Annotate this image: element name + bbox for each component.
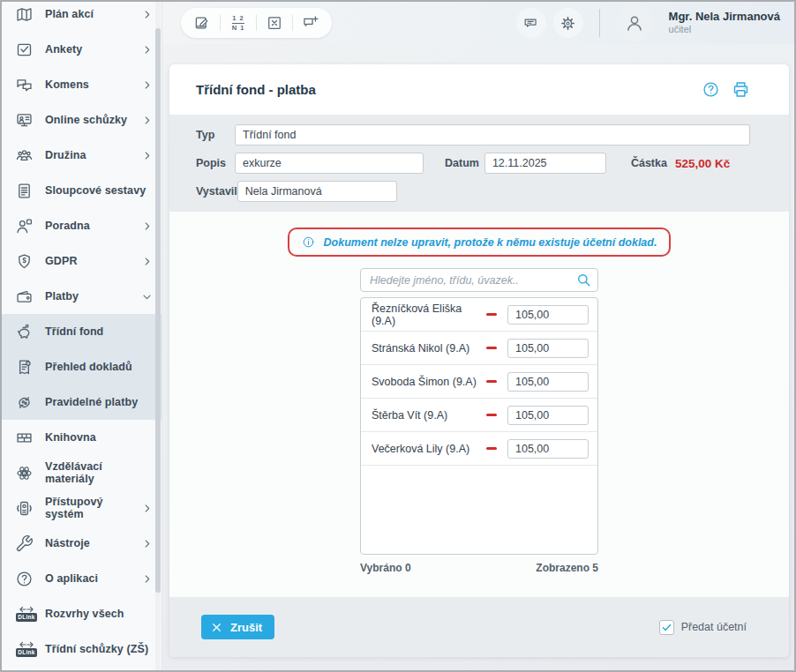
sidebar-item-nastroje[interactable]: Nástroje xyxy=(2,526,161,561)
sidebar-item-label: O aplikaci xyxy=(45,572,141,585)
sidebar-item-komens[interactable]: Komens xyxy=(2,67,161,102)
chevron-right-icon xyxy=(141,115,153,126)
sidebar-item-label: Plán akcí xyxy=(45,8,141,20)
sidebar-item-pristupovy-system[interactable]: Přístupový systém xyxy=(2,490,161,526)
gear-icon xyxy=(559,15,576,32)
sidebar-scrollbar[interactable] xyxy=(155,2,161,670)
wallet-icon xyxy=(15,287,34,306)
sidebar-item-label: Rozvrhy všech xyxy=(45,608,153,620)
wrench-icon xyxy=(15,534,34,553)
sidebar-item-pravidelne-platby[interactable]: Pravidelné platby xyxy=(2,385,161,420)
tridni-fond-card: Třídní fond - platba Typ Popis Datum xyxy=(169,64,789,657)
recurring-payments-icon xyxy=(15,393,34,412)
user-info[interactable]: Mgr. Nela Jirmanová učitel xyxy=(669,10,780,36)
search-icon[interactable] xyxy=(575,272,592,288)
absence-icon xyxy=(266,14,283,32)
chevron-right-icon xyxy=(141,503,153,514)
castka-label: Částka xyxy=(631,157,667,169)
dlink-icon: DLink xyxy=(15,641,38,657)
remove-minus-icon[interactable] xyxy=(486,447,497,450)
amount-input[interactable] xyxy=(507,339,589,358)
grades-button[interactable]: 1 2N 1 xyxy=(221,8,256,38)
sidebar-item-prehled-dokladu[interactable]: Přehled dokladů xyxy=(2,349,161,385)
survey-icon xyxy=(15,41,34,59)
card-content: Dokument nelze upravit, protože k němu e… xyxy=(169,212,789,597)
typ-input[interactable] xyxy=(235,124,750,146)
remove-minus-icon[interactable] xyxy=(486,347,497,349)
app-window: Plán akcí Ankety Komens Online schůzky D… xyxy=(0,0,796,672)
avatar[interactable] xyxy=(616,4,653,41)
sidebar-item-label: Přehled dokladů xyxy=(45,361,153,373)
sidebar: Plán akcí Ankety Komens Online schůzky D… xyxy=(2,2,162,670)
sidebar-item-tridni-schuzky[interactable]: DLinkTřídní schůzky (ZŠ) xyxy=(2,631,161,667)
cancel-button[interactable]: Zrušit xyxy=(201,615,274,639)
sidebar-item-gdpr[interactable]: GDPR xyxy=(2,243,161,279)
sidebar-item-label: Komens xyxy=(45,78,141,91)
shown-count: Zobrazeno 5 xyxy=(536,562,598,574)
student-row: Stránská Nikol (9.A) xyxy=(361,332,597,365)
user-icon xyxy=(624,12,645,34)
sidebar-item-o-aplikaci[interactable]: O aplikaci xyxy=(2,561,161,596)
sidebar-item-vzdelavaci-materialy[interactable]: Vzdělávací materiály xyxy=(2,455,161,490)
sidebar-item-label: Poradna xyxy=(45,220,141,232)
remove-minus-icon[interactable] xyxy=(486,313,497,316)
chevron-right-icon xyxy=(141,538,153,549)
sidebar-item-label: Nástroje xyxy=(45,537,141,549)
sidebar-item-label: Sloupcové sestavy xyxy=(45,184,153,197)
topbar-divider xyxy=(599,9,600,37)
chat-icon xyxy=(522,15,539,32)
chevron-right-icon xyxy=(141,573,153,585)
info-icon xyxy=(302,235,315,249)
grades-icon: 1 2N 1 xyxy=(232,14,245,32)
checkbox-box[interactable] xyxy=(659,620,674,635)
print-icon[interactable] xyxy=(732,80,750,99)
sidebar-item-label: Pravidelné platby xyxy=(45,396,153,408)
amount-input[interactable] xyxy=(507,439,589,459)
atom-icon xyxy=(15,464,34,482)
search-input[interactable] xyxy=(360,268,598,292)
form-row-typ: Typ xyxy=(196,121,750,149)
sidebar-scrollbar-thumb[interactable] xyxy=(155,28,161,593)
quick-actions-toolbar: 1 2N 1 xyxy=(181,8,332,38)
vystavil-input[interactable] xyxy=(237,181,397,202)
sidebar-item-poradna[interactable]: Poradna xyxy=(2,208,161,243)
remove-minus-icon[interactable] xyxy=(486,414,497,416)
sidebar-item-plan-akci[interactable]: Plán akcí xyxy=(2,0,161,32)
chevron-right-icon xyxy=(141,9,153,20)
sidebar-item-label: Platby xyxy=(45,290,141,302)
sidebar-item-platby[interactable]: Platby xyxy=(2,279,161,314)
card-footer: Zrušit Předat účetní xyxy=(169,597,789,657)
amount-input[interactable] xyxy=(507,406,589,425)
sidebar-item-online-schuzky[interactable]: Online schůzky xyxy=(2,102,161,138)
group-icon xyxy=(15,146,34,165)
chevron-right-icon xyxy=(141,79,153,91)
sidebar-item-druzina[interactable]: Družina xyxy=(2,138,161,173)
predat-ucetni-checkbox[interactable]: Předat účetní xyxy=(659,620,747,635)
settings-button[interactable] xyxy=(553,8,583,38)
absence-button[interactable] xyxy=(257,8,292,38)
classbook-entry-button[interactable] xyxy=(184,8,220,38)
student-name: Stránská Nikol (9.A) xyxy=(372,342,486,355)
messages-button[interactable] xyxy=(516,8,546,38)
report-icon xyxy=(15,182,34,200)
sidebar-item-tridni-fond[interactable]: Třídní fond xyxy=(2,314,161,349)
sidebar-item-ankety[interactable]: Ankety xyxy=(2,32,161,67)
sidebar-item-rozvrhy-vsech[interactable]: DLinkRozvrhy všech xyxy=(2,596,161,631)
main-column: 1 2N 1 Mgr. Nela Jirmanová učitel xyxy=(162,2,794,670)
new-message-button[interactable] xyxy=(293,8,328,38)
sidebar-nav: Plán akcí Ankety Komens Online schůzky D… xyxy=(2,0,161,667)
sidebar-item-sloupcove-sestavy[interactable]: Sloupcové sestavy xyxy=(2,173,161,208)
sidebar-item-knihovna[interactable]: Knihovna xyxy=(2,420,161,455)
popis-input[interactable] xyxy=(235,153,424,174)
student-row: Večerková Lily (9.A) xyxy=(361,432,597,466)
help-icon[interactable] xyxy=(702,80,720,99)
amount-input[interactable] xyxy=(507,372,589,392)
amount-input[interactable] xyxy=(507,305,589,325)
library-icon xyxy=(15,429,34,447)
map-pin-icon xyxy=(15,5,34,24)
classbook-edit-icon xyxy=(193,14,211,32)
vystavil-label: Vystavil xyxy=(196,185,237,198)
remove-minus-icon[interactable] xyxy=(486,380,497,383)
datum-input[interactable] xyxy=(484,153,606,174)
list-counters: Vybráno 0 Zobrazeno 5 xyxy=(360,562,598,574)
